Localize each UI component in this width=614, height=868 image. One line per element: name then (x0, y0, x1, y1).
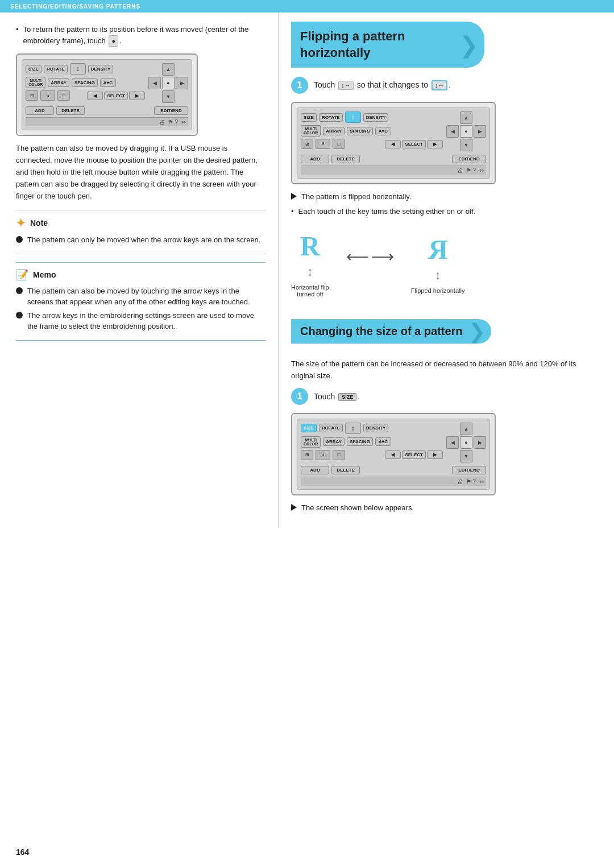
r1-size-btn[interactable]: SIZE (301, 113, 317, 122)
r1-row1: SIZE ROTATE ↕ DENSITY (301, 111, 443, 123)
r2-left-btn[interactable]: ◀ (446, 436, 459, 449)
r1-up-btn[interactable]: ▲ (460, 111, 472, 124)
r1-right-btn[interactable]: ▶ (474, 125, 486, 138)
memo-item-2: The arrow keys in the embroidering setti… (16, 310, 265, 332)
r1-right-arrow[interactable]: ▶ (427, 140, 443, 148)
machine-ui-inner-right2: SIZE ROTATE ↕ DENSITY MULTICOLOR ARRAY S… (297, 419, 490, 490)
content: To return the pattern to its position be… (0, 13, 614, 528)
tri-bullet-2 (291, 504, 297, 511)
section1-arrow: ❯ (459, 32, 479, 58)
r2-select-btn[interactable]: SELECT (402, 450, 426, 459)
r2-density-btn[interactable]: DENSITY (363, 424, 389, 432)
up-btn[interactable]: ▲ (162, 63, 175, 76)
memo-box: 📝 Memo The pattern can also be moved by … (16, 262, 265, 341)
r2-array-btn[interactable]: ARRAY (323, 437, 345, 446)
rotate-btn[interactable]: ROTATE (44, 65, 68, 73)
r1-select-btn[interactable]: SELECT (402, 140, 426, 148)
r1-left-btn[interactable]: ◀ (446, 125, 459, 138)
page-number: 164 (16, 848, 29, 857)
machine-row-3: ⊞ ⠿ □ ◀ SELECT ▶ (26, 90, 145, 101)
flip-btn[interactable]: ↕ (70, 63, 86, 75)
r2-center-btn[interactable]: ● (460, 436, 472, 449)
r1-down-btn[interactable]: ▼ (460, 139, 472, 151)
r2-edit-end-btn[interactable]: EDIT/END (452, 466, 486, 474)
r1-ayc-btn[interactable]: A♥C (375, 127, 391, 135)
spacing-btn[interactable]: SPACING (72, 78, 98, 87)
r1-status-2: ⚑ ? (466, 167, 476, 173)
r1-center-btn[interactable]: ● (460, 125, 472, 138)
r2-status-2: ⚑ ? (466, 478, 476, 485)
nav-pad-left: ▲ ◀ ● ▶ ▼ (148, 63, 188, 103)
r2-right-btn[interactable]: ▶ (474, 436, 486, 449)
page: SELECTING/EDITING/SAVING PATTERNS To ret… (0, 0, 614, 868)
r1-multicolor-btn[interactable]: MULTICOLOR (301, 125, 321, 137)
r2-flip-btn[interactable]: ↕ (345, 423, 361, 434)
r1-row3: ⊞ ⠿ □ ◀ SELECT ▶ (301, 139, 443, 149)
r2-ayc-btn[interactable]: A♥C (375, 437, 391, 446)
section1-bullet1: The pattern is flipped horizontally. (291, 191, 598, 202)
r2-size-btn[interactable]: SIZE (301, 424, 317, 432)
status-bar-left: 🖨 ⚑ ? ⇔ (26, 117, 188, 126)
r2-down-btn[interactable]: ▼ (460, 450, 472, 462)
flip-off-label: Horizontal flipturned off (291, 284, 329, 297)
multicolor-btn[interactable]: MULTICOLOR (26, 77, 45, 88)
right-arrow-btn[interactable]: ▶ (129, 92, 145, 100)
flip-on-side: R ↕ Flipped horizontally (411, 236, 465, 294)
left-column: To return the pattern to its position be… (0, 13, 279, 528)
r1-row2: MULTICOLOR ARRAY SPACING A♥C (301, 125, 443, 137)
r1-add-btn[interactable]: ADD (301, 155, 329, 163)
select-btn[interactable]: SELECT (104, 92, 128, 100)
r1-dots-icon: ⠿ (316, 139, 330, 149)
r1-array-btn[interactable]: ARRAY (323, 127, 345, 135)
r1-spacing-btn[interactable]: SPACING (347, 127, 373, 135)
center-btn[interactable]: ● (162, 77, 175, 89)
add-btn[interactable]: ADD (26, 106, 54, 115)
r1-density-btn[interactable]: DENSITY (363, 113, 389, 122)
r1-rotate-btn[interactable]: ROTATE (319, 113, 343, 122)
section1-title: Flipping a patternhorizontally (300, 28, 456, 61)
r2-up-btn[interactable]: ▲ (460, 423, 472, 435)
left-btn[interactable]: ◀ (148, 77, 161, 89)
machine-ui-inner-right1: SIZE ROTATE ↕ DENSITY MULTICOLOR ARRAY S… (297, 108, 490, 179)
r2-left-arrow[interactable]: ◀ (385, 450, 401, 459)
right-btn[interactable]: ▶ (176, 77, 188, 89)
dots-icon: ⠿ (40, 90, 55, 101)
r1-flip-btn[interactable]: ↕ (345, 111, 361, 123)
down-btn[interactable]: ▼ (162, 90, 175, 103)
left-arrow-btn[interactable]: ◀ (87, 92, 103, 100)
size-btn[interactable]: SIZE (26, 65, 42, 73)
r1-delete-btn[interactable]: DELETE (331, 155, 360, 163)
edit-end-btn[interactable]: EDIT/END (154, 106, 188, 115)
status-icon-1: 🖨 (159, 119, 165, 125)
r2-spacing-btn[interactable]: SPACING (347, 437, 373, 446)
r2-add-btn[interactable]: ADD (301, 466, 329, 474)
letter-r-flipped: R (428, 236, 448, 263)
section1-header: Flipping a patternhorizontally ❯ (291, 22, 484, 68)
delete-btn[interactable]: DELETE (56, 106, 85, 115)
array-btn[interactable]: ARRAY (48, 78, 69, 87)
r2-status-1: 🖨 (457, 478, 463, 485)
r2-row1: SIZE ROTATE ↕ DENSITY (301, 423, 443, 434)
r2-delete-btn[interactable]: DELETE (331, 466, 360, 474)
memo-bullet-2 (16, 312, 23, 319)
right-arrow-icon2: ⟶ (371, 247, 394, 266)
r2-right-arrow[interactable]: ▶ (427, 450, 443, 459)
machine-ui-inner-left: SIZE ROTATE ↕ DENSITY MULTICOLOR ARRAY S… (22, 59, 192, 130)
r2-square-icon: □ (333, 450, 345, 460)
status-bar-right1: 🖨 ⚑ ? ⇔ (301, 166, 486, 175)
r1-left-arrow[interactable]: ◀ (385, 140, 401, 148)
r2-grid-icon: ⊞ (301, 450, 313, 460)
r2-rotate-btn[interactable]: ROTATE (319, 424, 343, 432)
r2-bottom-row: ADD DELETE EDIT/END (301, 466, 486, 474)
status-icon-2: ⚑ ? (168, 119, 178, 125)
note-box: ✦ Note The pattern can only be moved whe… (16, 210, 265, 254)
machine-row-2: MULTICOLOR ARRAY SPACING A♥C (26, 77, 145, 88)
r2-row3: ⊞ ⠿ □ ◀ SELECT ▶ (301, 450, 443, 460)
density-btn[interactable]: DENSITY (88, 65, 114, 73)
top-bar: SELECTING/EDITING/SAVING PATTERNS (0, 0, 614, 13)
r1-edit-end-btn[interactable]: EDIT/END (452, 155, 486, 163)
ayc-btn[interactable]: A♥C (100, 78, 116, 87)
r2-multicolor-btn[interactable]: MULTICOLOR (301, 436, 321, 448)
machine-ui-right1: SIZE ROTATE ↕ DENSITY MULTICOLOR ARRAY S… (291, 102, 496, 184)
memo-header: 📝 Memo (16, 268, 265, 281)
